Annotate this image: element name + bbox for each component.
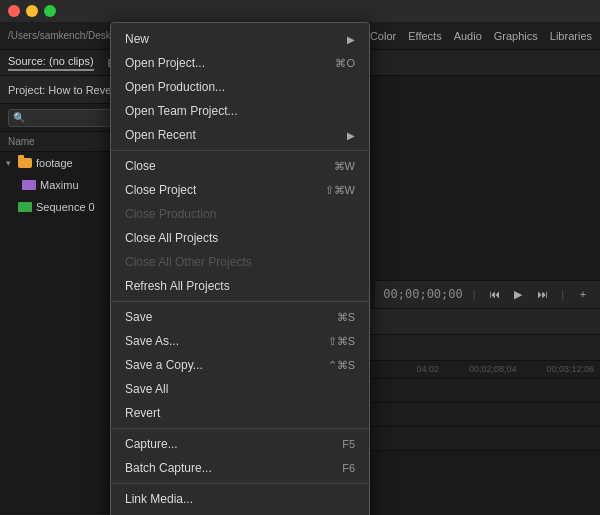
menu-item-shortcut: ⌘S: [337, 311, 355, 324]
top-bar-tabs: Color Effects Audio Graphics Libraries: [370, 30, 592, 42]
menu-separator: [111, 428, 369, 429]
menu-item-save[interactable]: Save⌘S: [111, 305, 369, 329]
tab-graphics[interactable]: Graphics: [494, 30, 538, 42]
menu-item-label: Close All Other Projects: [125, 255, 355, 269]
source-tab[interactable]: Source: (no clips): [8, 55, 94, 71]
menu-item-shortcut: ⌃⌘S: [328, 359, 355, 372]
menu-item-close-project[interactable]: Close Project⇧⌘W: [111, 178, 369, 202]
timecode-display: 00;00;00;00: [383, 287, 462, 301]
menu-item-label: Save As...: [125, 334, 328, 348]
menu-item-close-other-projects: Close All Other Projects: [111, 250, 369, 274]
menu-item-label: Refresh All Projects: [125, 279, 355, 293]
menu-item-capture[interactable]: Capture...F5: [111, 432, 369, 456]
maximize-button[interactable]: [44, 5, 56, 17]
menu-item-revert[interactable]: Revert: [111, 401, 369, 425]
menu-item-label: Close: [125, 159, 334, 173]
ruler-t2: 00;02;08;04: [469, 364, 517, 374]
menu-item-batch-capture[interactable]: Batch Capture...F6: [111, 456, 369, 480]
menu-item-make-offline[interactable]: Make Offline...: [111, 511, 369, 515]
menu-item-shortcut: F5: [342, 438, 355, 450]
menu-item-refresh-all[interactable]: Refresh All Projects: [111, 274, 369, 298]
menu-item-label: Revert: [125, 406, 355, 420]
menu-item-label: Close Production: [125, 207, 355, 221]
menu-item-open-project[interactable]: Open Project...⌘O: [111, 51, 369, 75]
app-wrapper: /Users/samkench/Desktop/premier edits/Ad…: [0, 0, 600, 515]
menu-item-shortcut: ⇧⌘S: [328, 335, 355, 348]
menu-item-label: Save: [125, 310, 337, 324]
menu-item-save-all[interactable]: Save All: [111, 377, 369, 401]
play-button[interactable]: ▶: [509, 285, 527, 303]
menu-item-label: Batch Capture...: [125, 461, 342, 475]
tab-color[interactable]: Color: [370, 30, 396, 42]
menu-item-label: Capture...: [125, 437, 342, 451]
menu-item-shortcut: F6: [342, 462, 355, 474]
folder-icon: [18, 158, 32, 168]
menu-item-shortcut: ⌘O: [335, 57, 355, 70]
menu-item-link-media[interactable]: Link Media...: [111, 487, 369, 511]
tab-libraries[interactable]: Libraries: [550, 30, 592, 42]
titlebar: [0, 0, 600, 22]
menu-item-label: Save All: [125, 382, 355, 396]
tab-effects[interactable]: Effects: [408, 30, 441, 42]
step-forward-button[interactable]: ⏭: [533, 285, 551, 303]
ruler-t3: 00;03;12;06: [546, 364, 594, 374]
menu-item-label: New: [125, 32, 341, 46]
close-button[interactable]: [8, 5, 20, 17]
sequence-icon: [18, 202, 32, 212]
transport-bar: 00;00;00;00 | ⏮ ▶ ⏭ | +: [375, 280, 600, 308]
ruler-t1: 04:02: [416, 364, 439, 374]
menu-item-save-as[interactable]: Save As...⇧⌘S: [111, 329, 369, 353]
file-menu[interactable]: New▶Open Project...⌘OOpen Production...O…: [110, 22, 370, 515]
menu-item-label: Open Team Project...: [125, 104, 355, 118]
menu-item-close-production: Close Production: [111, 202, 369, 226]
minimize-button[interactable]: [26, 5, 38, 17]
menu-separator: [111, 301, 369, 302]
menu-item-shortcut: ⌘W: [334, 160, 355, 173]
menu-item-label: Open Production...: [125, 80, 355, 94]
menu-item-label: Close All Projects: [125, 231, 355, 245]
transport-sep2: |: [561, 289, 564, 300]
menu-item-open-recent[interactable]: Open Recent▶: [111, 123, 369, 147]
menu-separator: [111, 150, 369, 151]
menu-item-close[interactable]: Close⌘W: [111, 154, 369, 178]
menu-item-shortcut: ⇧⌘W: [325, 184, 355, 197]
menu-item-label: Close Project: [125, 183, 325, 197]
menu-item-open-team-project[interactable]: Open Team Project...: [111, 99, 369, 123]
menu-item-label: Open Project...: [125, 56, 335, 70]
video-icon: [22, 180, 36, 190]
timecode-sep: |: [473, 289, 476, 300]
menu-item-label: Save a Copy...: [125, 358, 328, 372]
submenu-arrow-icon: ▶: [347, 130, 355, 141]
menu-item-label: Link Media...: [125, 492, 355, 506]
menu-item-open-production[interactable]: Open Production...: [111, 75, 369, 99]
add-marker-button[interactable]: +: [574, 285, 592, 303]
menu-item-close-all-projects[interactable]: Close All Projects: [111, 226, 369, 250]
tab-audio[interactable]: Audio: [454, 30, 482, 42]
menu-item-save-copy[interactable]: Save a Copy...⌃⌘S: [111, 353, 369, 377]
menu-item-label: Open Recent: [125, 128, 341, 142]
chevron-down-icon: ▾: [6, 158, 14, 168]
step-back-button[interactable]: ⏮: [485, 285, 503, 303]
submenu-arrow-icon: ▶: [347, 34, 355, 45]
menu-separator: [111, 483, 369, 484]
search-icon: 🔍: [13, 112, 25, 123]
menu-item-new[interactable]: New▶: [111, 27, 369, 51]
